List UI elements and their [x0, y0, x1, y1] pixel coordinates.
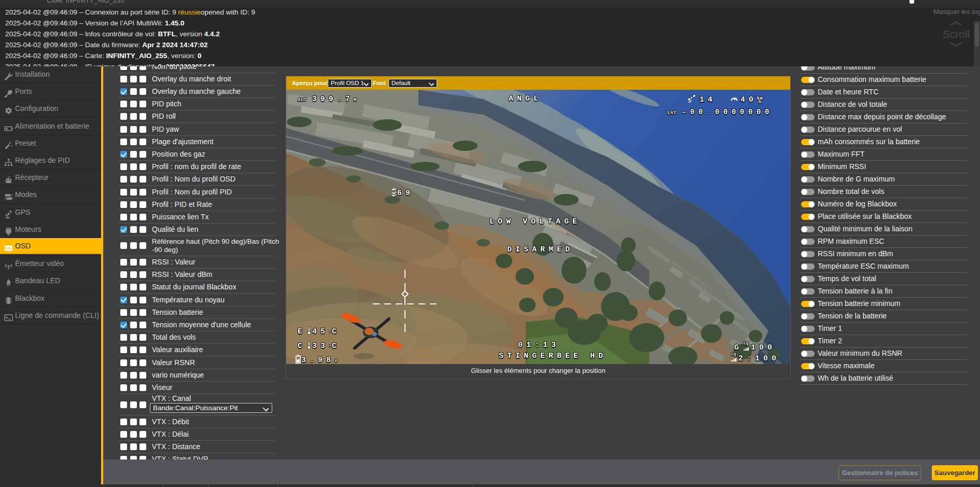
svg-text:OSD: OSD: [5, 247, 11, 250]
